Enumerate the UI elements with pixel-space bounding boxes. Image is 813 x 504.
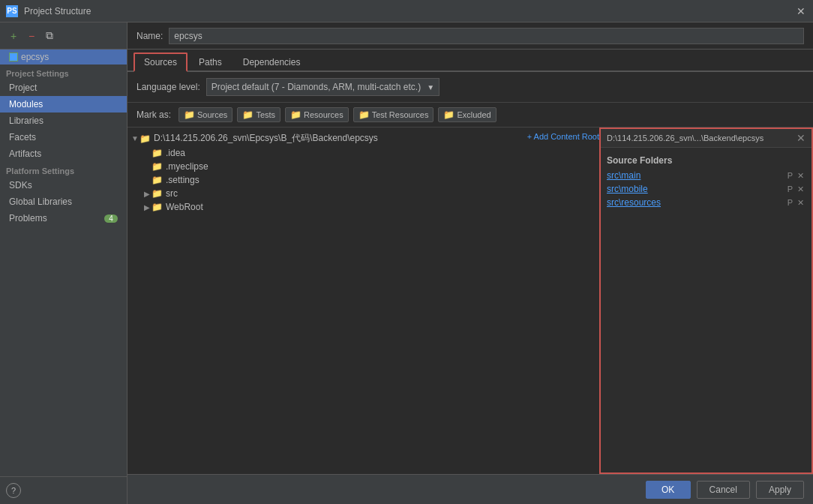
module-icon bbox=[9, 52, 18, 62]
source-folder-props-mobile[interactable]: P bbox=[786, 184, 794, 194]
sidebar-item-global-libraries[interactable]: Global Libraries bbox=[0, 194, 127, 210]
myeclipse-folder-icon: 📁 bbox=[152, 161, 163, 172]
source-folder-remove-main[interactable]: ✕ bbox=[796, 171, 806, 181]
tests-folder-icon: 📁 bbox=[242, 110, 254, 120]
source-folder-item-mobile[interactable]: src\mobile P ✕ bbox=[601, 182, 812, 196]
webroot-label: WebRoot bbox=[166, 202, 203, 212]
close-button[interactable]: ✕ bbox=[795, 5, 807, 17]
main-container: + − ⧉ epcsys Project Settings Project Mo… bbox=[0, 22, 813, 504]
mark-sources-button[interactable]: 📁 Sources bbox=[178, 107, 232, 122]
dropdown-arrow-icon: ▼ bbox=[427, 83, 434, 92]
problems-label: Problems bbox=[9, 213, 47, 224]
tree-arrow-root: ▼ bbox=[130, 134, 140, 142]
help-button[interactable]: ? bbox=[6, 483, 21, 498]
root-folder-icon: 📁 bbox=[140, 134, 151, 144]
sidebar-item-libraries[interactable]: Libraries bbox=[0, 112, 127, 129]
source-folder-actions-resources: P ✕ bbox=[786, 198, 806, 208]
excluded-folder-icon: 📁 bbox=[443, 110, 454, 120]
settings-folder-icon: 📁 bbox=[152, 175, 163, 185]
tree-arrow-src: ▶ bbox=[142, 190, 152, 198]
ok-button[interactable]: OK bbox=[646, 481, 691, 499]
language-label: Language level: bbox=[136, 82, 200, 92]
language-select[interactable]: Project default (7 - Diamonds, ARM, mult… bbox=[206, 78, 440, 96]
src-label: src bbox=[166, 188, 178, 199]
source-folders-title: Source Folders bbox=[601, 152, 812, 169]
myeclipse-label: .myeclipse bbox=[166, 161, 208, 172]
source-folder-name-main: src\main bbox=[607, 170, 640, 181]
source-panel-close-button[interactable]: ✕ bbox=[796, 132, 806, 144]
tabs-row: Sources Paths Dependencies bbox=[128, 50, 813, 72]
title-bar: PS Project Structure ✕ bbox=[0, 0, 813, 22]
tab-paths[interactable]: Paths bbox=[189, 53, 232, 70]
idea-folder-icon: 📁 bbox=[152, 148, 163, 158]
source-folder-props-main[interactable]: P bbox=[786, 171, 794, 180]
sidebar-item-problems[interactable]: Problems 4 bbox=[0, 210, 127, 226]
mark-excluded-button[interactable]: 📁 Excluded bbox=[438, 107, 496, 122]
source-panel: D:\114.215.206.26_svn\...\Backend\epcsys… bbox=[599, 128, 813, 474]
sidebar-item-artifacts[interactable]: Artifacts bbox=[0, 146, 127, 162]
name-input[interactable] bbox=[169, 28, 804, 44]
source-panel-header: D:\114.215.206.26_svn\...\Backend\epcsys… bbox=[601, 129, 812, 148]
settings-label: .settings bbox=[166, 175, 200, 185]
problems-badge: 4 bbox=[104, 214, 118, 223]
sidebar-item-project[interactable]: Project bbox=[0, 80, 127, 96]
webroot-folder-icon: 📁 bbox=[152, 202, 163, 212]
mark-resources-button[interactable]: 📁 Resources bbox=[285, 107, 349, 122]
sidebar-module-item[interactable]: epcsys bbox=[0, 50, 127, 64]
sidebar-item-modules[interactable]: Modules bbox=[0, 96, 127, 112]
content-area: Name: Sources Paths Dependencies Languag… bbox=[128, 22, 813, 504]
add-content-root-button[interactable]: + Add Content Root bbox=[527, 132, 599, 141]
copy-module-button[interactable]: ⧉ bbox=[42, 28, 57, 44]
window-title: Project Structure bbox=[24, 6, 789, 16]
root-label: D:\114.215.206.26_svn\Epcsys\B_代码\Backen… bbox=[154, 132, 378, 145]
source-folder-item-main[interactable]: src\main P ✕ bbox=[601, 169, 812, 182]
source-folder-name-resources: src\resources bbox=[607, 197, 661, 208]
language-value: Project default (7 - Diamonds, ARM, mult… bbox=[212, 82, 421, 92]
platform-settings-header: Platform Settings bbox=[0, 162, 127, 177]
idea-label: .idea bbox=[166, 148, 185, 158]
source-folder-props-resources[interactable]: P bbox=[786, 198, 794, 207]
language-row: Language level: Project default (7 - Dia… bbox=[128, 72, 813, 103]
mark-test-resources-button[interactable]: 📁 Test Resources bbox=[353, 107, 434, 122]
source-panel-path: D:\114.215.206.26_svn\...\Backend\epcsys bbox=[607, 134, 764, 142]
tree-arrow-webroot: ▶ bbox=[142, 203, 152, 212]
sidebar-footer: ? bbox=[0, 476, 127, 504]
sidebar: + − ⧉ epcsys Project Settings Project Mo… bbox=[0, 22, 128, 504]
tab-sources[interactable]: Sources bbox=[134, 52, 188, 72]
apply-button[interactable]: Apply bbox=[756, 481, 804, 499]
sidebar-item-sdks[interactable]: SDKs bbox=[0, 177, 127, 194]
source-folder-remove-mobile[interactable]: ✕ bbox=[796, 184, 806, 194]
sidebar-toolbar: + − ⧉ bbox=[0, 22, 127, 50]
tab-dependencies[interactable]: Dependencies bbox=[233, 53, 310, 70]
source-folder-actions-mobile: P ✕ bbox=[786, 184, 806, 194]
resources-folder-icon: 📁 bbox=[290, 110, 302, 120]
source-folder-remove-resources[interactable]: ✕ bbox=[796, 198, 806, 208]
project-settings-header: Project Settings bbox=[0, 64, 127, 80]
source-panel-body: Source Folders src\main P ✕ src\mobile P… bbox=[601, 148, 812, 214]
src-folder-icon: 📁 bbox=[152, 188, 163, 199]
add-module-button[interactable]: + bbox=[6, 28, 21, 44]
bottom-bar: OK Cancel Apply bbox=[128, 474, 813, 504]
tree-content: + Add Content Root ▼ 📁 D:\114.215.206.26… bbox=[128, 128, 813, 474]
name-row: Name: bbox=[128, 22, 813, 50]
mark-as-label: Mark as: bbox=[136, 110, 171, 120]
test-resources-folder-icon: 📁 bbox=[358, 110, 370, 120]
source-folder-item-resources[interactable]: src\resources P ✕ bbox=[601, 196, 812, 209]
mark-tests-button[interactable]: 📁 Tests bbox=[237, 107, 280, 122]
module-name: epcsys bbox=[21, 52, 49, 62]
source-folder-actions-main: P ✕ bbox=[786, 171, 806, 181]
cancel-button[interactable]: Cancel bbox=[697, 481, 750, 499]
remove-module-button[interactable]: − bbox=[24, 28, 39, 44]
sidebar-item-facets[interactable]: Facets bbox=[0, 129, 127, 146]
name-label: Name: bbox=[136, 31, 163, 41]
app-icon: PS bbox=[6, 5, 18, 17]
sources-folder-icon: 📁 bbox=[184, 110, 195, 120]
source-folder-name-mobile: src\mobile bbox=[607, 184, 648, 194]
mark-as-row: Mark as: 📁 Sources 📁 Tests 📁 Resources 📁… bbox=[128, 103, 813, 128]
